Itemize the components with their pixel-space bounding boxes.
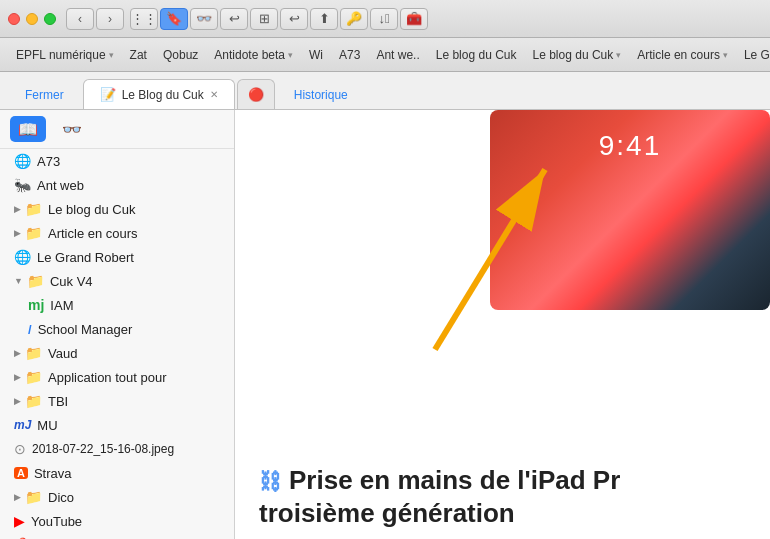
- article-title-line1: Prise en mains de l'iPad Pr: [289, 465, 620, 495]
- folder-icon7: 📁: [25, 489, 42, 505]
- tab-close-icon[interactable]: ✕: [210, 89, 218, 100]
- tab-favicon: 📝: [100, 87, 116, 102]
- sidebar-item-a73[interactable]: 🌐 A73: [0, 149, 234, 173]
- folder-icon6: 📁: [25, 393, 42, 409]
- bm-legrand[interactable]: Le Gra...: [736, 46, 770, 64]
- sidebar-item-legrandrobert-label: Le Grand Robert: [37, 250, 134, 265]
- glasses-icon[interactable]: 👓: [190, 8, 218, 30]
- content-area: 9:41 ⛓Prise en mains de l'iPad Pr troisi…: [235, 110, 770, 539]
- bm-zat[interactable]: Zat: [122, 46, 155, 64]
- sidebar-readinglist-icon[interactable]: 👓: [54, 116, 90, 142]
- article-title-line2: troisième génération: [259, 498, 515, 528]
- sidebar-item-a73-label: A73: [37, 154, 60, 169]
- sidebar-item-applicationtout[interactable]: ▶ 📁 Application tout pour: [0, 365, 234, 389]
- sidebar-item-strava[interactable]: A Strava: [0, 461, 234, 485]
- tab-leblogducuk[interactable]: 📝 Le Blog du Cuk ✕: [83, 79, 235, 109]
- chevron-icon2: ▶: [14, 228, 21, 238]
- sidebar-item-leblogducuk[interactable]: ▶ 📁 Le blog du Cuk: [0, 197, 234, 221]
- minimize-button[interactable]: [26, 13, 38, 25]
- sidebar-item-localch[interactable]: 📍 local.ch - Annuaire Téléph...: [0, 533, 234, 539]
- forward-button[interactable]: ›: [96, 8, 124, 30]
- tab-leblogducuk-label: Le Blog du Cuk: [122, 88, 204, 102]
- chevron-icon5: ▶: [14, 372, 21, 382]
- titlebar: ‹ › ⋮⋮ 🔖 👓 ↩ ⊞ ↩ ⬆ 🔑 ↓⃝ 🧰: [0, 0, 770, 38]
- sidebar-top: 📖 👓: [0, 110, 234, 149]
- traffic-lights: [8, 13, 56, 25]
- sidebar-item-dico[interactable]: ▶ 📁 Dico: [0, 485, 234, 509]
- tabbar: Fermer 📝 Le Blog du Cuk ✕ 🔴 Historique: [0, 72, 770, 110]
- folder-icon5: 📁: [25, 369, 42, 385]
- folder-icon: 📁: [25, 201, 42, 217]
- bookmark-icon[interactable]: 🔖: [160, 8, 188, 30]
- bm-antidote[interactable]: Antidote beta ▾: [206, 46, 301, 64]
- ipad-image: 9:41: [490, 110, 770, 330]
- sidebar-item-legrandrobert[interactable]: 🌐 Le Grand Robert: [0, 245, 234, 269]
- action-icon[interactable]: ⬆: [310, 8, 338, 30]
- sidebar-item-jpeg[interactable]: ⊙ 2018-07-22_15-16-08.jpeg: [0, 437, 234, 461]
- bm-qobuz[interactable]: Qobuz: [155, 46, 206, 64]
- chevron-icon: ▶: [14, 204, 21, 214]
- sidebar-item-youtube[interactable]: ▶ YouTube: [0, 509, 234, 533]
- bm-hires[interactable]: Wi: [301, 46, 331, 64]
- close-button[interactable]: [8, 13, 20, 25]
- folder-icon2: 📁: [25, 225, 42, 241]
- sidebar-item-articleencours-label: Article en cours: [48, 226, 138, 241]
- bm-wi[interactable]: A73: [331, 46, 368, 64]
- toolbar-icons: ⋮⋮ 🔖 👓 ↩ ⊞ ↩ ⬆ 🔑 ↓⃝ 🧰: [130, 8, 762, 30]
- back2-icon[interactable]: ↩: [280, 8, 308, 30]
- fermer-label: Fermer: [25, 88, 64, 102]
- fullscreen-button[interactable]: [44, 13, 56, 25]
- bm-articleencours[interactable]: Article en cours ▾: [629, 46, 736, 64]
- sidebar-item-vaud-label: Vaud: [48, 346, 77, 361]
- bm-epfl[interactable]: EPFL numérique ▾: [8, 46, 122, 64]
- sidebar-item-iam[interactable]: mj IAM: [0, 293, 234, 317]
- mu-icon: mJ: [14, 418, 31, 432]
- key-icon[interactable]: 🔑: [340, 8, 368, 30]
- sidebar-item-mu[interactable]: mJ MU: [0, 413, 234, 437]
- link-icon: ⛓: [259, 469, 281, 494]
- sidebar-item-tbi[interactable]: ▶ 📁 TBI: [0, 389, 234, 413]
- tab-fermer[interactable]: Fermer: [8, 79, 81, 109]
- ant-icon: 🐜: [14, 177, 31, 193]
- bm-a73[interactable]: Ant we..: [368, 46, 427, 64]
- chevron-icon4: ▶: [14, 348, 21, 358]
- sidebar-item-mu-label: MU: [37, 418, 57, 433]
- iam-icon: mj: [28, 297, 44, 313]
- tab-icon[interactable]: ⊞: [250, 8, 278, 30]
- tools-icon[interactable]: 🧰: [400, 8, 428, 30]
- chevron-icon7: ▶: [14, 492, 21, 502]
- article-title: ⛓Prise en mains de l'iPad Pr troisième g…: [259, 464, 770, 529]
- sidebar-item-vaud[interactable]: ▶ 📁 Vaud: [0, 341, 234, 365]
- sidebar-item-youtube-label: YouTube: [31, 514, 82, 529]
- youtube-icon: ▶: [14, 513, 25, 529]
- tab-historique[interactable]: Historique: [277, 79, 365, 109]
- sidebar-toggle-icon[interactable]: ⋮⋮: [130, 8, 158, 30]
- bm-leblogducuk[interactable]: Le blog du Cuk ▾: [525, 46, 630, 64]
- chevron-icon3: ▼: [14, 276, 23, 286]
- folder-icon3: 📁: [27, 273, 44, 289]
- chevron-icon6: ▶: [14, 396, 21, 406]
- sidebar: 📖 👓 🌐 A73 🐜 Ant web ▶ 📁 Le blog du Cuk ▶…: [0, 110, 235, 539]
- globe-icon: 🌐: [14, 153, 31, 169]
- sidebar-bookmarks-icon[interactable]: 📖: [10, 116, 46, 142]
- share-icon[interactable]: ↩: [220, 8, 248, 30]
- sidebar-item-cukv4-label: Cuk V4: [50, 274, 93, 289]
- download-icon[interactable]: ↓⃝: [370, 8, 398, 30]
- back-button[interactable]: ‹: [66, 8, 94, 30]
- sidebar-item-schoolmanager[interactable]: / School Manager: [0, 317, 234, 341]
- globe-icon2: 🌐: [14, 249, 31, 265]
- main-layout: 📖 👓 🌐 A73 🐜 Ant web ▶ 📁 Le blog du Cuk ▶…: [0, 110, 770, 539]
- strava-icon: A: [14, 467, 28, 479]
- sidebar-item-articleencours[interactable]: ▶ 📁 Article en cours: [0, 221, 234, 245]
- folder-icon4: 📁: [25, 345, 42, 361]
- nav-buttons: ‹ ›: [66, 8, 124, 30]
- bm-antweb[interactable]: Le blog du Cuk: [428, 46, 525, 64]
- sidebar-item-strava-label: Strava: [34, 466, 72, 481]
- sidebar-item-jpeg-label: 2018-07-22_15-16-08.jpeg: [32, 442, 174, 456]
- bookmarkbar: EPFL numérique ▾ Zat Qobuz Antidote beta…: [0, 38, 770, 72]
- sidebar-item-applicationtout-label: Application tout pour: [48, 370, 167, 385]
- tab-icon2[interactable]: 🔴: [237, 79, 275, 109]
- jpeg-icon: ⊙: [14, 441, 26, 457]
- sidebar-item-cukv4[interactable]: ▼ 📁 Cuk V4: [0, 269, 234, 293]
- sidebar-item-antweb[interactable]: 🐜 Ant web: [0, 173, 234, 197]
